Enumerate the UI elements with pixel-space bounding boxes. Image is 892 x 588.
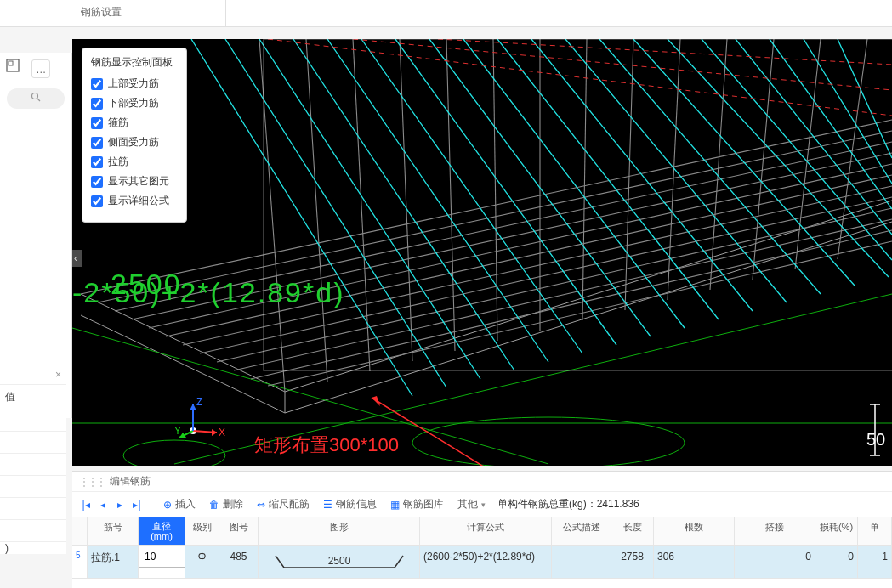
cp-label: 拉筋 [108, 155, 128, 169]
rebar-control-panel[interactable]: 钢筋显示控制面板 上部受力筋下部受力筋箍筋侧面受力筋拉筋显示其它图元显示详细公式 [82, 48, 187, 223]
cp-checkbox[interactable] [91, 78, 103, 90]
cp-option-6[interactable]: 显示详细公式 [91, 194, 178, 208]
col-grade[interactable]: 级别 [185, 517, 219, 545]
svg-line-52 [268, 39, 892, 116]
col-desc[interactable]: 公式描述 [552, 517, 611, 545]
cell-loss[interactable]: 0 [815, 546, 858, 578]
col-num [72, 517, 88, 545]
search-icon[interactable] [7, 88, 65, 109]
cp-label: 显示详细公式 [108, 194, 169, 208]
prev-icon[interactable]: ◂ [96, 499, 110, 511]
table-row[interactable]: 5 拉筋.1 Φ 485 2500 (2600-2*50)+2*(12.89*d… [72, 546, 892, 579]
pane2-row[interactable] [0, 476, 66, 498]
col-formula[interactable]: 计算公式 [420, 517, 552, 545]
grip-icon: ⋮⋮⋮ [79, 476, 105, 488]
cp-label: 显示其它图元 [108, 174, 169, 189]
pane2-header: × [0, 365, 66, 385]
more-icon[interactable]: … [31, 59, 50, 78]
viewport-3d[interactable]: 2500 -2*50)+2*(12.89*d) 矩形布置300*100 50 ‹… [72, 39, 892, 466]
cp-option-1[interactable]: 下部受力筋 [91, 96, 178, 110]
pane2-row[interactable] [0, 410, 66, 432]
pane2-row[interactable] [0, 432, 66, 454]
dia-input[interactable] [139, 546, 185, 568]
svg-line-22 [446, 39, 455, 351]
left-pane2: × 值 ) [0, 365, 66, 554]
svg-line-21 [400, 39, 412, 361]
cp-checkbox[interactable] [91, 117, 103, 129]
first-icon[interactable]: |◂ [79, 499, 93, 511]
col-len[interactable]: 长度 [611, 517, 654, 545]
col-qty[interactable]: 根数 [654, 517, 735, 545]
svg-text:2500: 2500 [327, 555, 350, 567]
top-bar: 钢筋设置 [0, 0, 892, 27]
svg-line-56 [372, 398, 604, 466]
svg-line-3 [37, 99, 40, 101]
left-nav: … [0, 53, 72, 418]
svg-line-27 [668, 39, 680, 300]
svg-line-47 [702, 39, 892, 260]
rebar-grid: 筋号 直径 (mm) 级别 图号 图形 计算公式 公式描述 长度 根数 搭接 损… [72, 517, 892, 579]
rebar-edit-panel: ⋮⋮⋮ 编辑钢筋 |◂ ◂ ▸ ▸| ⊕插入 🗑删除 ⇔缩尺配筋 ☰钢筋信息 ▦… [72, 471, 892, 588]
col-loss[interactable]: 损耗(%) [815, 517, 858, 545]
top-sep [225, 0, 226, 26]
cp-checkbox[interactable] [91, 176, 103, 188]
vp-right-dim: 50 [866, 430, 885, 449]
svg-line-41 [497, 39, 719, 319]
svg-line-42 [531, 39, 753, 311]
svg-line-16 [251, 230, 892, 379]
cp-checkbox[interactable] [91, 195, 103, 207]
svg-line-29 [753, 39, 774, 280]
cell-len[interactable]: 2758 [611, 546, 654, 578]
svg-line-30 [795, 39, 821, 269]
insert-button[interactable]: ⊕插入 [158, 495, 201, 514]
lib-button[interactable]: ▦钢筋图库 [385, 495, 449, 514]
pane2-row[interactable] [0, 454, 66, 476]
cell-dia[interactable] [139, 546, 185, 578]
cp-label: 上部受力筋 [108, 76, 159, 91]
cell-qty[interactable]: 306 [654, 546, 735, 578]
svg-point-4 [412, 417, 685, 466]
vp-formula-b: -2*50)+2*(12.89*d) [72, 276, 344, 308]
last-icon[interactable]: ▸| [130, 499, 144, 511]
col-name[interactable]: 筋号 [88, 517, 139, 545]
cell-formula[interactable]: (2600-2*50)+2*(12.89*d) [420, 546, 552, 578]
col-dia[interactable]: 直径 (mm) [139, 517, 185, 545]
svg-line-54 [438, 39, 892, 65]
ruler-button[interactable]: ⇔缩尺配筋 [252, 495, 315, 514]
svg-line-26 [625, 39, 633, 310]
col-lap[interactable]: 搭接 [735, 517, 815, 545]
cell-shape[interactable]: 2500 [259, 546, 420, 578]
vp-red-note: 矩形布置300*100 [254, 434, 399, 455]
layout-icon[interactable] [3, 58, 22, 76]
panel-title: 钢筋显示控制面板 [91, 55, 178, 70]
svg-point-5 [123, 440, 225, 466]
cp-label: 箍筋 [108, 116, 128, 130]
panel-header[interactable]: ⋮⋮⋮ 编辑钢筋 [72, 472, 892, 492]
close-icon[interactable]: × [55, 369, 61, 381]
svg-line-6 [81, 120, 892, 294]
other-dropdown[interactable]: 其他▾ [452, 495, 491, 514]
cp-checkbox[interactable] [91, 137, 103, 149]
delete-button[interactable]: 🗑删除 [204, 495, 248, 514]
cell-single[interactable]: 1 [858, 546, 892, 578]
cell-lap[interactable]: 0 [735, 546, 815, 578]
pane2-row[interactable] [0, 520, 66, 542]
cell-grade[interactable]: Φ [185, 546, 219, 578]
cell-name[interactable]: 拉筋.1 [88, 546, 139, 578]
cp-option-3[interactable]: 侧面受力筋 [91, 135, 178, 150]
cp-option-0[interactable]: 上部受力筋 [91, 76, 178, 91]
next-icon[interactable]: ▸ [113, 499, 127, 511]
pane2-row[interactable] [0, 498, 66, 520]
col-fig[interactable]: 图号 [219, 517, 259, 545]
cp-checkbox[interactable] [91, 156, 103, 168]
info-button[interactable]: ☰钢筋信息 [318, 495, 382, 514]
cp-option-2[interactable]: 箍筋 [91, 116, 178, 130]
col-shape[interactable]: 图形 [259, 517, 420, 545]
cp-option-5[interactable]: 显示其它图元 [91, 174, 178, 189]
col-single[interactable]: 单 [858, 517, 892, 545]
cell-desc[interactable] [552, 546, 611, 578]
cell-fig[interactable]: 485 [219, 546, 259, 578]
cp-option-4[interactable]: 拉筋 [91, 155, 178, 169]
svg-line-23 [493, 39, 497, 341]
cp-checkbox[interactable] [91, 98, 103, 110]
